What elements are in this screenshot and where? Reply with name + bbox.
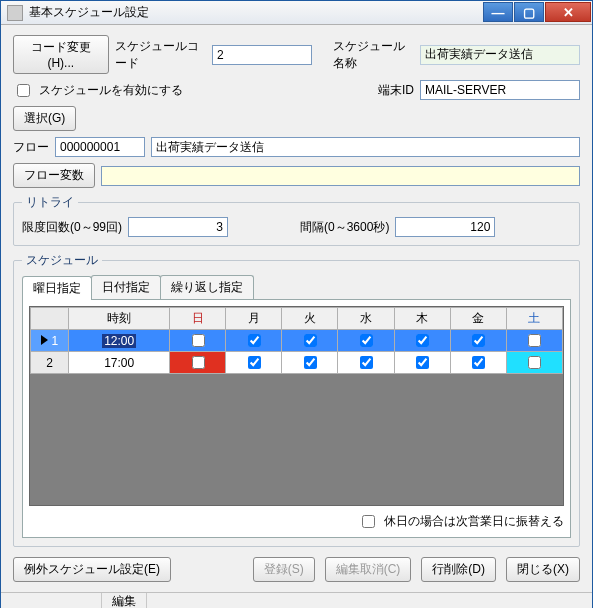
day-cell-thu[interactable] [394, 330, 450, 352]
delete-row-button[interactable]: 行削除(D) [421, 557, 496, 582]
status-cell-3 [146, 593, 592, 608]
close-window-button[interactable]: ✕ [545, 2, 591, 22]
col-sun: 日 [170, 308, 226, 330]
current-row-icon [41, 335, 48, 345]
flow-code-input[interactable] [55, 137, 145, 157]
day-checkbox[interactable] [528, 334, 541, 347]
day-cell-sun[interactable] [170, 330, 226, 352]
day-checkbox[interactable] [304, 334, 317, 347]
close-button[interactable]: 閉じる(X) [506, 557, 580, 582]
col-thu: 木 [394, 308, 450, 330]
flow-vars-field [101, 166, 580, 186]
day-cell-fri[interactable] [450, 352, 506, 374]
day-cell-tue[interactable] [282, 352, 338, 374]
code-change-button[interactable]: コード変更(H)... [13, 35, 109, 74]
table-row[interactable]: 2 17:00 [31, 352, 563, 374]
day-cell-sat[interactable] [506, 330, 562, 352]
flow-vars-button[interactable]: フロー変数 [13, 163, 95, 188]
window: 基本スケジュール設定 — ▢ ✕ コード変更(H)... スケジュールコード ス… [0, 0, 593, 608]
day-checkbox[interactable] [472, 334, 485, 347]
day-checkbox[interactable] [416, 334, 429, 347]
enable-schedule-checkbox[interactable] [17, 84, 30, 97]
row-marker: 1 [31, 330, 69, 352]
retry-limit-label: 限度回数(0～99回) [22, 219, 122, 236]
client-area: コード変更(H)... スケジュールコード スケジュール名称 スケジュールを有効… [1, 25, 592, 592]
holiday-shift-label: 休日の場合は次営業日に振替える [384, 513, 564, 530]
window-title: 基本スケジュール設定 [29, 4, 482, 21]
schedule-name-label: スケジュール名称 [333, 38, 414, 72]
flow-label: フロー [13, 139, 49, 156]
day-cell-mon[interactable] [226, 330, 282, 352]
terminal-id-input[interactable] [420, 80, 580, 100]
schedule-name-field[interactable] [420, 45, 580, 65]
day-cell-wed[interactable] [338, 330, 394, 352]
maximize-button[interactable]: ▢ [514, 2, 544, 22]
col-marker [31, 308, 69, 330]
table-row[interactable]: 1 12:00 [31, 330, 563, 352]
day-checkbox[interactable] [304, 356, 317, 369]
window-buttons: — ▢ ✕ [482, 2, 591, 24]
day-cell-fri[interactable] [450, 330, 506, 352]
select-button[interactable]: 選択(G) [13, 106, 76, 131]
day-checkbox[interactable] [248, 356, 261, 369]
time-cell[interactable]: 12:00 [69, 330, 170, 352]
day-cell-sun[interactable] [170, 352, 226, 374]
schedule-tabs: 曜日指定 日付指定 繰り返し指定 [22, 275, 571, 300]
titlebar: 基本スケジュール設定 — ▢ ✕ [1, 1, 592, 25]
day-cell-thu[interactable] [394, 352, 450, 374]
status-cell-1 [1, 593, 101, 608]
time-cell[interactable]: 17:00 [69, 352, 170, 374]
schedule-legend: スケジュール [22, 252, 102, 269]
day-cell-wed[interactable] [338, 352, 394, 374]
enable-schedule-label: スケジュールを有効にする [39, 82, 183, 99]
minimize-button[interactable]: — [483, 2, 513, 22]
retry-group: リトライ 限度回数(0～99回) 間隔(0～3600秒) [13, 194, 580, 246]
retry-interval-input[interactable] [395, 217, 495, 237]
retry-legend: リトライ [22, 194, 78, 211]
tab-day-of-week[interactable]: 曜日指定 [22, 276, 92, 300]
day-checkbox[interactable] [192, 334, 205, 347]
retry-interval-label: 間隔(0～3600秒) [300, 219, 389, 236]
col-fri: 金 [450, 308, 506, 330]
schedule-grid[interactable]: 時刻 日 月 火 水 木 金 土 [29, 306, 564, 506]
retry-limit-input[interactable] [128, 217, 228, 237]
col-sat: 土 [506, 308, 562, 330]
day-checkbox[interactable] [416, 356, 429, 369]
day-cell-tue[interactable] [282, 330, 338, 352]
status-mode: 編集 [101, 593, 146, 608]
day-cell-sat[interactable] [506, 352, 562, 374]
col-wed: 水 [338, 308, 394, 330]
col-mon: 月 [226, 308, 282, 330]
day-checkbox[interactable] [248, 334, 261, 347]
register-button[interactable]: 登録(S) [253, 557, 315, 582]
holiday-shift-checkbox[interactable] [362, 515, 375, 528]
row-marker: 2 [31, 352, 69, 374]
day-checkbox[interactable] [192, 356, 205, 369]
day-checkbox[interactable] [360, 334, 373, 347]
col-tue: 火 [282, 308, 338, 330]
schedule-group: スケジュール 曜日指定 日付指定 繰り返し指定 時刻 日 月 [13, 252, 580, 547]
status-bar: 編集 [1, 592, 592, 608]
terminal-id-label: 端末ID [378, 82, 414, 99]
col-time: 時刻 [69, 308, 170, 330]
day-checkbox[interactable] [472, 356, 485, 369]
flow-name-field [151, 137, 580, 157]
day-cell-mon[interactable] [226, 352, 282, 374]
tab-repeat[interactable]: 繰り返し指定 [160, 275, 254, 299]
schedule-code-input[interactable] [212, 45, 312, 65]
cancel-edit-button[interactable]: 編集取消(C) [325, 557, 412, 582]
schedule-code-label: スケジュールコード [115, 38, 207, 72]
bottom-toolbar: 例外スケジュール設定(E) 登録(S) 編集取消(C) 行削除(D) 閉じる(X… [13, 553, 580, 586]
app-icon [7, 5, 23, 21]
day-checkbox[interactable] [360, 356, 373, 369]
tab-date[interactable]: 日付指定 [91, 275, 161, 299]
day-checkbox[interactable] [528, 356, 541, 369]
exception-schedule-button[interactable]: 例外スケジュール設定(E) [13, 557, 171, 582]
